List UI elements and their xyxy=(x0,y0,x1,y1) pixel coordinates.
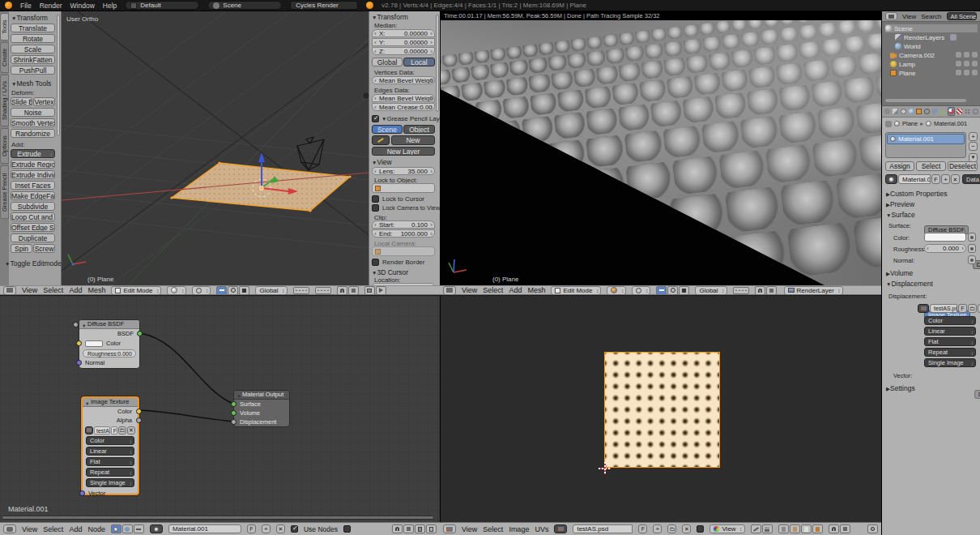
material-nodes-icon[interactable] xyxy=(111,524,121,533)
node-add-menu[interactable]: Add xyxy=(69,525,82,533)
blender-logo-icon[interactable] xyxy=(5,2,12,9)
snap-element-icon[interactable] xyxy=(348,286,359,295)
tool-slide-edge-button[interactable]: Slide Ed xyxy=(11,97,32,106)
panel-np-transform[interactable]: Transform xyxy=(372,13,435,21)
viewport-3d-left[interactable]: User Ortho (0) Plane Tools Create Shadin… xyxy=(0,11,440,285)
eye-icon[interactable] xyxy=(956,70,961,75)
normal-input-socket[interactable] xyxy=(76,360,82,366)
layers-widget[interactable] xyxy=(733,287,749,294)
rotate-manipulator-icon[interactable] xyxy=(228,286,238,295)
node-title[interactable]: Diffuse BSDF xyxy=(79,320,139,329)
roughness-node-icon[interactable] xyxy=(968,244,976,253)
new-image-icon[interactable] xyxy=(653,524,662,533)
panel-3d-cursor[interactable]: 3D Cursor xyxy=(372,268,435,276)
channel-alpha-icon[interactable] xyxy=(801,524,812,533)
translate-manipulator-icon[interactable] xyxy=(216,286,227,295)
data-link-dropdown[interactable]: Data xyxy=(962,174,980,184)
tool-extrude-region-button[interactable]: Extrude Region xyxy=(11,160,55,169)
lens-field[interactable]: Lens:35.000 xyxy=(372,167,435,175)
gp-new-button[interactable]: New xyxy=(391,135,435,145)
local-camera-field[interactable] xyxy=(372,246,435,256)
breadcrumb-material[interactable]: Material.001 xyxy=(934,120,967,127)
median-x-field[interactable]: X:0.00000 xyxy=(372,29,435,37)
lock-camera-checkbox[interactable] xyxy=(372,204,379,212)
tool-shelf-scrollbar[interactable] xyxy=(57,15,60,136)
tool-scale-button[interactable]: Scale xyxy=(11,45,55,54)
scene-selector[interactable]: Scene xyxy=(207,1,282,10)
panel-grease-pencil-layers[interactable]: Grease Pencil Layers xyxy=(381,115,440,122)
tab-shading-uvs[interactable]: Shading / UVs xyxy=(0,75,9,126)
eye-icon[interactable] xyxy=(956,61,961,66)
alpha-output-socket[interactable] xyxy=(136,417,142,423)
image-name-field[interactable]: testAS.psd xyxy=(930,304,957,313)
viewport-3d-rendered[interactable]: Time:00.01.17 | Mem:56.59M, Peak:56.59M … xyxy=(440,11,881,285)
roughness-input-socket[interactable] xyxy=(73,322,79,327)
vector-input-socket[interactable] xyxy=(79,490,85,496)
vector-dropdown[interactable]: Default xyxy=(974,390,980,399)
snap-magnet-icon[interactable] xyxy=(755,286,765,295)
roughness-slider[interactable]: Roughness:0.000 xyxy=(83,349,136,357)
tab-options[interactable]: Options xyxy=(0,128,9,164)
n-panel-scrollbar[interactable] xyxy=(436,15,439,112)
new-material-icon[interactable] xyxy=(262,524,271,533)
editor-type-node-icon[interactable] xyxy=(3,524,16,533)
uv-image-menu[interactable]: Image xyxy=(509,525,529,533)
outliner-search-menu[interactable]: Search xyxy=(921,13,941,20)
fake-user-button[interactable]: F xyxy=(931,174,940,184)
view-menu[interactable]: View xyxy=(22,286,37,294)
deselect-button[interactable]: Deselect xyxy=(948,161,978,171)
rotate-manipulator-icon[interactable] xyxy=(667,286,678,295)
channel-rgb-icon[interactable] xyxy=(778,524,789,533)
snap-magnet-icon[interactable] xyxy=(337,286,347,295)
uv-pencil-icon[interactable] xyxy=(751,524,761,533)
editor-type-3d-icon[interactable] xyxy=(443,286,456,295)
uv-lock-icon[interactable] xyxy=(867,524,878,533)
color-input-socket[interactable] xyxy=(76,340,82,346)
node-editor[interactable]: Diffuse BSDF BSDF Color Roughness:0.000 … xyxy=(0,295,440,522)
fake-user-button[interactable]: F xyxy=(111,426,117,434)
lock-to-cursor-checkbox[interactable] xyxy=(372,195,379,203)
tool-smooth-vertex-button[interactable]: Smooth Vertex xyxy=(11,118,55,127)
viewport-shading-dropdown[interactable] xyxy=(607,286,626,295)
gp-scene-toggle[interactable]: Scene xyxy=(372,125,403,134)
tool-extrude-individual-button[interactable]: Extrude Individual xyxy=(11,170,55,179)
render-border-checkbox[interactable] xyxy=(372,259,379,266)
snap-element-icon[interactable] xyxy=(766,286,777,295)
node-diffuse-bsdf[interactable]: Diffuse BSDF BSDF Color Roughness:0.000 … xyxy=(79,319,140,369)
color-swatch[interactable] xyxy=(85,340,103,347)
open-image-icon[interactable] xyxy=(968,304,977,313)
panel-view[interactable]: View xyxy=(372,158,435,166)
browse-material-icon[interactable] xyxy=(885,174,897,184)
outliner-row-scene[interactable]: Scene xyxy=(885,24,978,32)
unlink-image-icon[interactable] xyxy=(127,426,135,434)
cursor-select-icon[interactable] xyxy=(964,70,969,75)
panel-custom-properties[interactable]: Custom Properties xyxy=(886,190,947,198)
color-node-icon[interactable] xyxy=(968,233,976,242)
projection-dropdown[interactable]: Flat xyxy=(86,457,134,466)
panel-transform[interactable]: Transform xyxy=(11,14,48,22)
add-material-slot-icon[interactable] xyxy=(969,132,978,141)
uv-image-editor[interactable] xyxy=(440,295,881,522)
tool-subdivide-button[interactable]: Subdivide xyxy=(11,202,55,211)
translate-manipulator-icon[interactable] xyxy=(656,286,667,295)
cursor-select-icon[interactable] xyxy=(964,52,969,58)
editor-type-outliner-icon[interactable] xyxy=(885,12,897,20)
tool-rotate-button[interactable]: Rotate xyxy=(11,34,55,43)
editor-type-3d-icon[interactable] xyxy=(3,286,16,295)
tool-shrinkfatten-button[interactable]: ShrinkFatten xyxy=(11,55,55,64)
uv-snap-magnet-icon[interactable] xyxy=(829,524,839,533)
select-button[interactable]: Select xyxy=(916,161,946,171)
color-swatch[interactable] xyxy=(924,233,966,242)
panel-toggle-editmode[interactable]: Toggle Editmode xyxy=(5,259,62,268)
tool-translate-button[interactable]: Translate xyxy=(11,24,55,32)
add-menu[interactable]: Add xyxy=(69,286,82,294)
uv-uvs-menu[interactable]: UVs xyxy=(535,525,548,533)
surface-input-socket[interactable] xyxy=(231,401,236,407)
tab-texture[interactable] xyxy=(957,107,963,116)
cursor-select-icon[interactable] xyxy=(964,61,969,66)
channel-rgba-icon[interactable] xyxy=(790,524,800,533)
outliner-scrollbar[interactable] xyxy=(885,99,966,102)
color-output-socket[interactable] xyxy=(136,409,142,414)
gp-pencil-icon[interactable] xyxy=(372,135,390,145)
orientation-dropdown[interactable]: Global xyxy=(255,286,287,295)
